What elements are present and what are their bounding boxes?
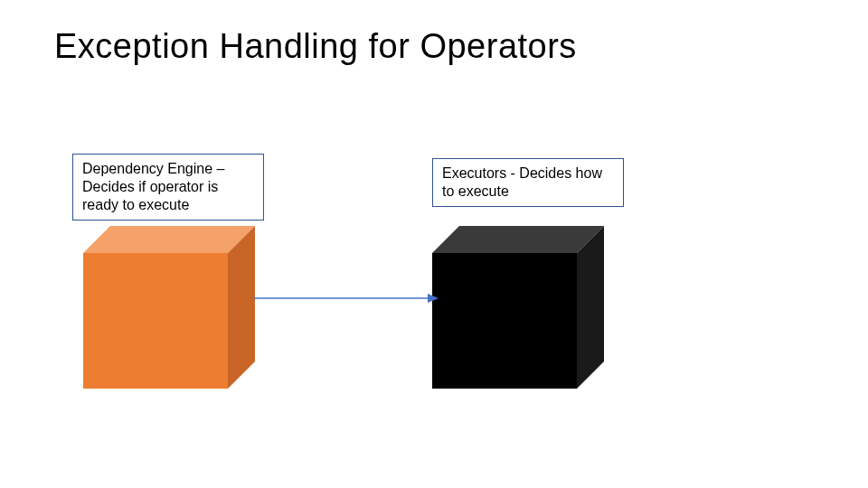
cube-front-face [83,253,228,389]
dependency-engine-label: Dependency Engine – Decides if operator … [72,154,264,221]
slide-title: Exception Handling for Operators [54,27,577,66]
cube-top-face [432,226,604,253]
cube-side-face [228,226,255,389]
executors-label: Executors - Decides how to execute [432,158,624,207]
cube-side-face [577,226,604,389]
cube-front-face [432,253,577,389]
dependency-engine-cube [83,226,264,398]
slide: Exception Handling for Operators Depende… [0,0,868,488]
cube-top-face [83,226,255,253]
arrow-head-icon [428,294,439,303]
executors-cube [432,226,613,398]
flow-arrow-icon [253,289,439,307]
